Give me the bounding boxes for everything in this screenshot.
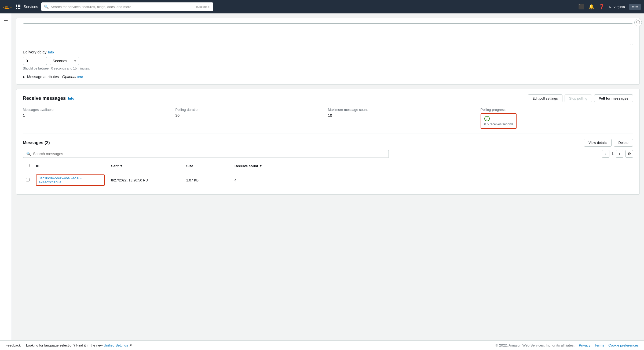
privacy-link[interactable]: Privacy bbox=[579, 343, 590, 347]
receive-title: Receive messages Info bbox=[23, 96, 74, 101]
search-shortcut: [Option+S] bbox=[196, 5, 210, 8]
message-size-cell: 1.07 KB bbox=[183, 171, 231, 189]
receive-actions: Edit poll settings Stop polling Poll for… bbox=[528, 94, 633, 102]
message-id-box: 3ec10c84-5b95-4ba5-ac18-e24ac2cc1b3a bbox=[36, 174, 105, 186]
polling-progress-inner: ✓ 0.5 receives/second bbox=[484, 116, 513, 126]
right-panel-info-icon[interactable]: ⓘ bbox=[634, 19, 642, 26]
size-col-header: Size bbox=[183, 161, 231, 171]
search-icon: 🔍 bbox=[44, 5, 49, 9]
grid-icon bbox=[16, 5, 20, 9]
bell-icon[interactable]: 🔔 bbox=[588, 4, 594, 10]
pagination-next-button[interactable]: › bbox=[616, 150, 623, 158]
search-pagination-row: 🔍 ‹ 1 › ⚙ bbox=[23, 150, 633, 161]
language-text: Looking for language selection? Find it … bbox=[26, 343, 103, 347]
messages-title-text: Messages bbox=[23, 140, 43, 145]
id-column-label: ID bbox=[36, 164, 39, 168]
triangle-expand-icon: ▶ bbox=[23, 75, 25, 79]
messages-table-header-row: ID Sent ▼ Size bbox=[23, 161, 633, 171]
poll-for-messages-button[interactable]: Poll for messages bbox=[594, 94, 633, 102]
delay-number-input[interactable] bbox=[23, 57, 47, 65]
view-details-button[interactable]: View details bbox=[584, 139, 612, 147]
delay-unit-select[interactable]: Seconds Minutes bbox=[50, 57, 79, 65]
sent-col-header[interactable]: Sent ▼ bbox=[108, 161, 183, 171]
cookie-preferences-link[interactable]: Cookie preferences bbox=[608, 343, 639, 347]
messages-available-value: 1 bbox=[23, 113, 175, 118]
receive-count-filter-arrow-icon: ▼ bbox=[259, 164, 262, 167]
global-search-bar[interactable]: 🔍 [Option+S] bbox=[41, 2, 213, 11]
help-icon[interactable]: ❓ bbox=[599, 4, 605, 10]
polling-progress-label: Polling progress bbox=[481, 108, 633, 112]
select-all-checkbox[interactable] bbox=[26, 164, 30, 167]
copyright-text: © 2022, Amazon Web Services, Inc. or its… bbox=[496, 343, 575, 347]
messages-search-bar: 🔍 bbox=[23, 150, 389, 158]
sent-sort-arrow-icon: ▼ bbox=[120, 164, 123, 167]
message-id-cell: 3ec10c84-5b95-4ba5-ac18-e24ac2cc1b3a bbox=[33, 171, 108, 189]
receive-count-column-label: Receive count bbox=[235, 164, 258, 168]
messages-table: ID Sent ▼ Size bbox=[23, 161, 633, 189]
delivery-delay-info-link[interactable]: Info bbox=[48, 50, 54, 54]
sidebar-toggle-panel: ☰ bbox=[0, 13, 12, 340]
message-receive-count-cell: 4 bbox=[231, 171, 633, 189]
receive-title-text: Receive messages bbox=[23, 96, 66, 101]
user-menu[interactable]: ▪▪▪▪▪ bbox=[629, 4, 641, 10]
services-nav[interactable]: Services bbox=[24, 5, 38, 9]
message-sent-cell: 8/27/2022, 13:20:50 PDT bbox=[108, 171, 183, 189]
max-message-count-value: 10 bbox=[328, 113, 481, 118]
external-link-icon: ↗ bbox=[129, 343, 132, 347]
green-check-circle-icon: ✓ bbox=[484, 116, 490, 121]
search-icon: 🔍 bbox=[26, 152, 31, 156]
polling-duration-stat: Polling duration 30 bbox=[175, 108, 328, 129]
aws-logo-svg bbox=[3, 2, 13, 12]
delete-button[interactable]: Delete bbox=[614, 139, 633, 147]
messages-section-header: Messages (2) View details Delete bbox=[23, 139, 633, 147]
polling-duration-value: 30 bbox=[175, 113, 328, 118]
polling-progress-box: ✓ 0.5 receives/second bbox=[481, 113, 517, 129]
messages-available-label: Messages available bbox=[23, 108, 175, 112]
pagination-settings-button[interactable]: ⚙ bbox=[625, 150, 633, 158]
aws-logo[interactable] bbox=[3, 2, 13, 12]
delivery-delay-text: Delivery delay bbox=[23, 50, 46, 54]
unified-settings-link[interactable]: Unified Settings bbox=[104, 343, 128, 347]
terminal-icon[interactable]: ⬛ bbox=[578, 4, 584, 10]
receive-messages-card: Receive messages Info Edit poll settings… bbox=[16, 89, 640, 195]
max-message-count-label: Maximum message count bbox=[328, 108, 481, 112]
message-attributes-label: Message attributes - Optional Info bbox=[27, 75, 83, 79]
bottom-right-section: © 2022, Amazon Web Services, Inc. or its… bbox=[496, 343, 639, 347]
bottom-bar: Feedback Looking for language selection?… bbox=[0, 340, 644, 350]
row-checkbox[interactable] bbox=[26, 178, 30, 181]
receive-info-link[interactable]: Info bbox=[68, 96, 74, 100]
message-id-link[interactable]: 3ec10c84-5b95-4ba5-ac18-e24ac2cc1b3a bbox=[39, 176, 102, 184]
delay-unit-wrapper: Seconds Minutes bbox=[50, 57, 79, 65]
message-attributes-row[interactable]: ▶ Message attributes - Optional Info bbox=[23, 75, 633, 79]
delivery-delay-label: Delivery delay Info bbox=[23, 50, 633, 54]
row-checkbox-cell bbox=[23, 171, 33, 189]
receive-count-col-header[interactable]: Receive count ▼ bbox=[231, 161, 633, 171]
bottom-left-section: Feedback Looking for language selection?… bbox=[5, 343, 132, 347]
pagination-current-page: 1 bbox=[612, 152, 614, 156]
unified-settings-text: Looking for language selection? Find it … bbox=[26, 343, 132, 347]
receive-header: Receive messages Info Edit poll settings… bbox=[23, 94, 633, 102]
edit-poll-settings-button[interactable]: Edit poll settings bbox=[528, 94, 562, 102]
messages-search-input[interactable] bbox=[33, 152, 385, 156]
messages-table-body: 3ec10c84-5b95-4ba5-ac18-e24ac2cc1b3a 8/2… bbox=[23, 171, 633, 189]
messages-table-head: ID Sent ▼ Size bbox=[23, 161, 633, 171]
max-message-count-stat: Maximum message count 10 bbox=[328, 108, 481, 129]
pagination-prev-button[interactable]: ‹ bbox=[602, 150, 609, 158]
sent-column-label: Sent bbox=[111, 164, 119, 168]
messages-count: (2) bbox=[45, 140, 50, 145]
messages-title: Messages (2) bbox=[23, 140, 50, 145]
feedback-link[interactable]: Feedback bbox=[5, 343, 21, 347]
sidebar-toggle-button[interactable]: ☰ bbox=[4, 18, 8, 24]
terms-link[interactable]: Terms bbox=[595, 343, 604, 347]
messages-actions: View details Delete bbox=[584, 139, 633, 147]
region-selector[interactable]: N. Virginia bbox=[609, 5, 625, 9]
send-message-card: Delivery delay Info Seconds Minutes Shou… bbox=[16, 18, 640, 85]
polling-duration-label: Polling duration bbox=[175, 108, 328, 112]
message-body-textarea[interactable] bbox=[23, 23, 633, 45]
stop-polling-button[interactable]: Stop polling bbox=[565, 94, 592, 102]
nav-right: ⬛ 🔔 ❓ N. Virginia ▪▪▪▪▪ bbox=[578, 4, 641, 10]
global-search-input[interactable] bbox=[51, 5, 194, 9]
msg-attrs-info-link[interactable]: Info bbox=[77, 75, 83, 79]
delay-hint: Should be between 0 seconds and 15 minut… bbox=[23, 67, 633, 70]
polling-progress-stat: Polling progress ✓ 0.5 receives/second bbox=[481, 108, 633, 129]
